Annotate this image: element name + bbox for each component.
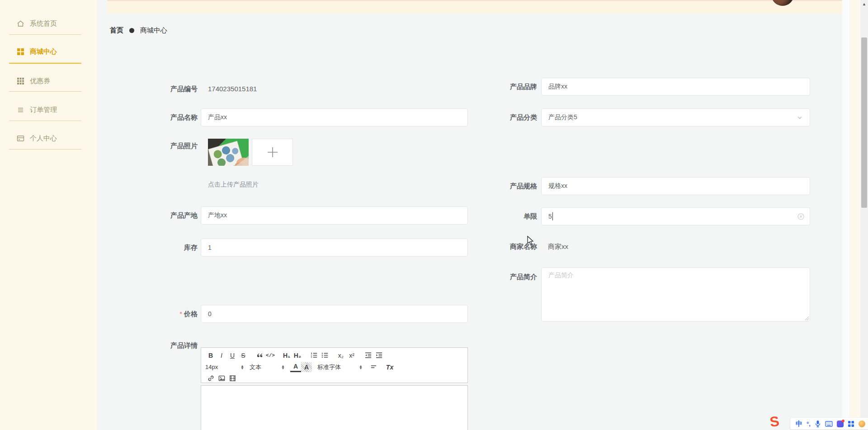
order-list-icon — [17, 106, 24, 114]
product-category-select[interactable]: 产品分类5 — [541, 108, 810, 126]
plus-icon — [267, 146, 278, 158]
picker-arrows-icon: ▲▼ — [359, 365, 363, 369]
stock-label: 库存 — [121, 238, 198, 257]
sidebar-item-system-home[interactable]: 系统首页 — [0, 19, 97, 28]
richtext-editor-area[interactable] — [201, 385, 468, 430]
merchant-name-label: 商家名称 — [460, 238, 537, 256]
outdent-icon[interactable] — [363, 351, 373, 360]
font-family-picker[interactable]: 标准字体 ▲▼ — [317, 363, 363, 371]
sidebar-item-personal-center[interactable]: 个人中心 — [0, 133, 97, 143]
product-brand-input[interactable] — [541, 78, 810, 96]
breadcrumb: 首页 商城中心 — [110, 26, 167, 35]
upload-photo-hint: 点击上传产品照片 — [208, 178, 259, 191]
image-icon[interactable] — [216, 374, 227, 383]
unit-limit-label: 单限 — [460, 207, 537, 225]
product-id-label: 产品编号 — [121, 80, 198, 98]
text-caret — [552, 212, 553, 220]
text-color-button[interactable]: A — [290, 362, 301, 372]
background-color-button[interactable]: A — [301, 362, 312, 372]
sidebar-item-coupons[interactable]: 优惠券 — [0, 76, 97, 86]
product-origin-input[interactable] — [201, 206, 468, 224]
sidebar-item-label: 系统首页 — [30, 19, 57, 28]
product-id-value: 1740235015181 — [208, 80, 257, 98]
video-icon[interactable] — [227, 374, 238, 383]
home-icon — [17, 20, 24, 28]
sidebar-item-mall-center[interactable]: 商城中心 — [0, 47, 97, 56]
indent-icon[interactable] — [373, 351, 384, 360]
product-spec-label: 产品规格 — [460, 177, 537, 195]
code-block-button[interactable]: </> — [265, 351, 276, 360]
unit-limit-input[interactable]: 5 — [541, 207, 810, 225]
sidebar-divider — [9, 91, 81, 92]
bold-button[interactable]: B — [205, 351, 216, 360]
scrollbar-up-arrow[interactable]: ▲ — [860, 0, 868, 8]
sidebar-divider — [9, 121, 81, 121]
sidebar-item-label: 订单管理 — [30, 106, 57, 114]
product-brand-label: 产品品牌 — [460, 78, 537, 96]
mall-grid-icon — [17, 48, 24, 56]
product-intro-textarea[interactable] — [541, 267, 810, 322]
sidebar-item-order-management[interactable]: 订单管理 — [0, 105, 97, 115]
breadcrumb-separator-dot — [129, 28, 134, 33]
sogou-logo[interactable]: S — [769, 413, 780, 430]
breadcrumb-current: 商城中心 — [140, 26, 167, 35]
breadcrumb-home[interactable]: 首页 — [110, 26, 123, 35]
product-name-label: 产品名称 — [121, 108, 198, 126]
ordered-list-icon[interactable] — [308, 351, 319, 360]
align-icon[interactable] — [368, 362, 379, 372]
ime-toolbox-grid-icon[interactable] — [848, 421, 854, 427]
sidebar-item-label: 个人中心 — [30, 134, 57, 143]
header2-button[interactable]: H₂ — [292, 351, 303, 360]
clean-format-button[interactable]: Tx — [384, 362, 395, 372]
product-intro-label: 产品简介 — [460, 268, 537, 286]
clear-input-icon[interactable] — [797, 213, 804, 220]
font-size-value: 14px — [205, 364, 218, 370]
header-picker-value: 文本 — [250, 363, 261, 371]
stock-input[interactable] — [201, 238, 468, 257]
ime-skin-icon[interactable] — [837, 421, 844, 427]
subscript-button[interactable]: x₂ — [335, 351, 346, 360]
picker-arrows-icon: ▲▼ — [281, 365, 285, 369]
keyboard-icon[interactable] — [825, 421, 833, 427]
unit-limit-value: 5 — [548, 213, 552, 220]
product-origin-label: 产品产地 — [121, 206, 198, 224]
ime-chinese-mode[interactable]: 中 — [796, 420, 802, 428]
sidebar-divider — [9, 149, 81, 150]
sidebar-item-label: 商城中心 — [30, 47, 57, 56]
right-cream-strip — [849, 0, 860, 430]
scrollbar-thumb[interactable] — [861, 37, 867, 208]
blockquote-icon[interactable] — [254, 351, 265, 360]
page-scrollbar[interactable]: ▲ — [860, 0, 868, 430]
font-family-value: 标准字体 — [317, 363, 341, 371]
product-category-label: 产品分类 — [460, 108, 537, 126]
product-edit-page: 系统首页 商城中心 优惠券 订单管理 个 — [0, 0, 868, 430]
chevron-down-icon — [797, 114, 803, 121]
header1-button[interactable]: H₁ — [281, 351, 292, 360]
required-asterisk: * — [179, 310, 182, 318]
sidebar-active-underline — [9, 63, 81, 64]
italic-button[interactable]: I — [216, 351, 227, 360]
bullet-list-icon[interactable] — [319, 351, 330, 360]
top-notice-bar — [107, 0, 842, 14]
upload-photo-button[interactable] — [252, 139, 293, 166]
product-name-input[interactable] — [201, 108, 468, 126]
product-detail-label: 产品详情 — [121, 337, 198, 355]
strikethrough-button[interactable]: S — [238, 351, 249, 360]
product-spec-input[interactable] — [541, 177, 810, 195]
link-icon[interactable] — [205, 374, 216, 383]
picker-arrows-icon: ▲▼ — [241, 365, 244, 369]
price-input[interactable] — [201, 305, 468, 323]
sidebar: 系统首页 商城中心 优惠券 订单管理 个 — [0, 0, 97, 430]
product-photo-thumbnail[interactable] — [208, 139, 249, 166]
underline-button[interactable]: U — [227, 351, 238, 360]
superscript-button[interactable]: x² — [346, 351, 357, 360]
ime-punctuation-mode[interactable]: °, — [807, 421, 811, 427]
microphone-icon[interactable] — [815, 420, 821, 427]
merchant-name-value: 商家xx — [548, 238, 568, 256]
product-category-value: 产品分类5 — [548, 113, 797, 122]
font-size-picker[interactable]: 14px ▲▼ — [205, 364, 244, 370]
header-picker[interactable]: 文本 ▲▼ — [250, 363, 285, 371]
ime-emoji-icon[interactable] — [859, 421, 865, 427]
right-gutter-strip — [842, 0, 849, 430]
sidebar-divider — [9, 34, 81, 35]
